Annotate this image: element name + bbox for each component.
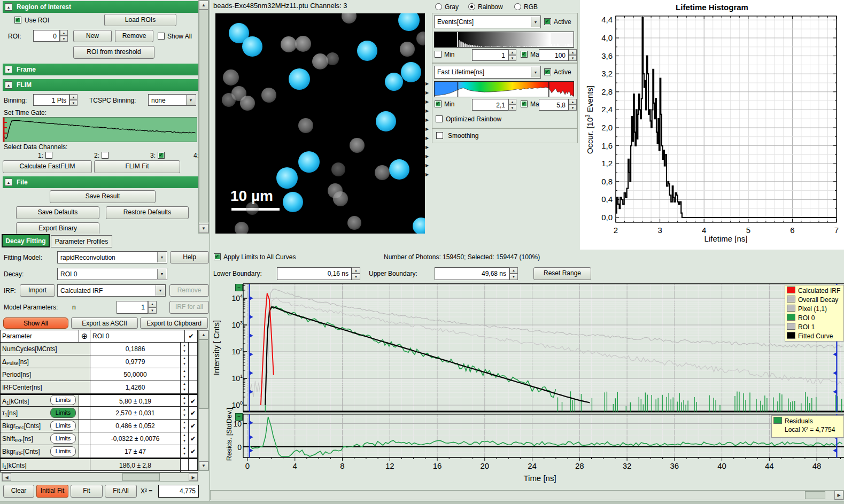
param-check[interactable]: ✔ bbox=[189, 432, 198, 445]
spin-down-icon[interactable]: ▼ bbox=[509, 274, 518, 280]
channel-checkbox[interactable] bbox=[158, 152, 165, 159]
scroll-left-icon[interactable]: ◀ bbox=[2, 473, 11, 481]
section-header-frame[interactable]: ▼ Frame bbox=[3, 64, 198, 75]
scroll-right-icon[interactable]: ▶ bbox=[834, 491, 843, 500]
lifetime-min-checkbox[interactable] bbox=[435, 100, 442, 107]
param-value[interactable]: 50,0000 bbox=[90, 368, 181, 381]
events-min-spinner[interactable]: ▲▼ bbox=[508, 49, 516, 61]
section-header-roi[interactable]: ▲ Region of Interest bbox=[3, 1, 198, 13]
fitting-model-select[interactable]: rapidReconvolution▼ bbox=[57, 251, 167, 263]
lifetime-rainbow-histogram[interactable] bbox=[434, 81, 574, 97]
spin-up-icon[interactable]: ▲ bbox=[148, 301, 157, 307]
parameter-table-hscrollbar[interactable]: ◀ ▶ bbox=[2, 472, 198, 482]
spin-down-icon[interactable]: ▼ bbox=[148, 307, 157, 314]
restore-defaults-button[interactable]: Restore Defaults bbox=[106, 206, 189, 219]
irf-import-button[interactable]: Import bbox=[20, 284, 55, 297]
lifetime-channel-select[interactable]: Fast Lifetime[ns]▼ bbox=[434, 66, 541, 79]
roi-spinner[interactable]: ▲▼ bbox=[60, 30, 68, 42]
apply-limits-checkbox[interactable] bbox=[214, 253, 221, 260]
spin-up-icon[interactable]: ▲ bbox=[569, 99, 577, 105]
upper-boundary-field[interactable]: 49,68 ns bbox=[435, 267, 509, 280]
new-roi-button[interactable]: New bbox=[73, 30, 112, 42]
spin-up-icon[interactable]: ▲ bbox=[69, 94, 78, 100]
tab-parameter-profiles[interactable]: Parameter Profiles bbox=[51, 235, 112, 247]
param-spinner[interactable]: ▲▼ bbox=[181, 355, 189, 368]
splitter-arrow-icon[interactable]: ▶ bbox=[425, 145, 429, 150]
decay-hscrollbar[interactable]: ▶ bbox=[210, 490, 844, 500]
collapse-up-icon[interactable]: ▲ bbox=[5, 3, 12, 11]
lower-boundary-field[interactable]: 0,16 ns bbox=[277, 267, 352, 280]
collapse-up-icon[interactable]: ▲ bbox=[5, 81, 12, 89]
export-clipboard-button[interactable]: Export to Clipboard bbox=[140, 317, 208, 329]
remove-roi-button[interactable]: Remove bbox=[115, 30, 153, 42]
collapse-up-icon[interactable]: ▲ bbox=[5, 179, 12, 186]
spin-down-icon[interactable]: ▼ bbox=[60, 36, 68, 42]
export-binary-button[interactable]: Export Binary bbox=[16, 222, 99, 234]
limits-button[interactable]: Limits bbox=[50, 408, 76, 418]
param-spinner[interactable]: ▲▼ bbox=[181, 432, 189, 445]
events-channel-select[interactable]: Events[Cnts]▼ bbox=[434, 15, 541, 28]
param-value[interactable]: 1,4260 bbox=[90, 381, 181, 394]
collapse-down-icon[interactable]: ▼ bbox=[5, 66, 12, 73]
fit-all-button[interactable]: Fit All bbox=[105, 485, 137, 498]
scrollbar-thumb[interactable] bbox=[122, 473, 160, 481]
param-check[interactable] bbox=[189, 368, 198, 381]
events-min-checkbox[interactable] bbox=[435, 51, 442, 58]
irf-for-all-button[interactable]: IRF for all bbox=[169, 301, 209, 314]
binning-spinner[interactable]: ▲▼ bbox=[69, 94, 78, 106]
limits-button[interactable]: Limits bbox=[50, 446, 76, 456]
scroll-down-icon[interactable]: ▼ bbox=[199, 224, 208, 233]
lifetime-min-field[interactable]: 2,1 bbox=[472, 99, 508, 111]
decay-plot[interactable] bbox=[210, 282, 844, 413]
scrollbar-thumb[interactable] bbox=[199, 339, 208, 409]
parameter-table-vscrollbar[interactable]: ▲ ▼ bbox=[198, 330, 209, 471]
flim-fit-button[interactable]: FLIM Fit bbox=[94, 160, 180, 173]
roi-number-field[interactable]: 0 bbox=[33, 30, 60, 42]
lifetime-min-spinner[interactable]: ▲▼ bbox=[508, 99, 516, 111]
n-field[interactable]: 1 bbox=[117, 301, 148, 314]
clear-button[interactable]: Clear bbox=[3, 485, 34, 498]
spin-down-icon[interactable]: ▼ bbox=[352, 274, 360, 280]
section-header-flim[interactable]: ▲ FLIM bbox=[3, 79, 198, 91]
spin-down-icon[interactable]: ▼ bbox=[569, 105, 577, 111]
events-intensity-histogram[interactable] bbox=[434, 32, 574, 48]
events-max-field[interactable]: 100 bbox=[539, 49, 569, 61]
splitter-arrow-icon[interactable]: ▶ bbox=[425, 108, 429, 113]
splitter-arrow-icon[interactable]: ▶ bbox=[425, 90, 429, 95]
channel-checkbox[interactable] bbox=[102, 152, 109, 159]
flim-image[interactable]: 10 µm bbox=[215, 13, 425, 234]
export-ascii-button[interactable]: Export as ASCII bbox=[71, 317, 138, 329]
reset-range-button[interactable]: Reset Range bbox=[533, 267, 591, 280]
left-panel-scrollbar[interactable]: ▲ ▼ bbox=[198, 0, 209, 234]
spin-down-icon[interactable]: ▼ bbox=[508, 105, 516, 111]
events-active-checkbox[interactable] bbox=[544, 18, 551, 25]
irf-select[interactable]: Calculated IRF▼ bbox=[57, 284, 166, 297]
calculate-fastflim-button[interactable]: Calculate FastFLIM bbox=[3, 160, 92, 173]
rainbow-radio[interactable] bbox=[468, 3, 475, 10]
spin-up-icon[interactable]: ▲ bbox=[352, 267, 360, 274]
param-spinner[interactable]: ▲▼ bbox=[181, 420, 189, 432]
fit-button[interactable]: Fit bbox=[71, 485, 103, 498]
scrollbar-thumb[interactable] bbox=[199, 10, 208, 222]
splitter-arrow-icon[interactable]: ▶ bbox=[425, 118, 429, 122]
tcspc-binning-select[interactable]: none▼ bbox=[148, 94, 196, 106]
channel-checkbox[interactable] bbox=[45, 152, 52, 159]
irf-remove-button[interactable]: Remove bbox=[169, 284, 209, 297]
use-roi-checkbox[interactable] bbox=[14, 17, 21, 24]
section-header-file[interactable]: ▲ File bbox=[3, 176, 198, 188]
chevron-down-icon[interactable]: ▼ bbox=[156, 285, 165, 296]
show-all-params-button[interactable]: Show All bbox=[3, 317, 68, 329]
param-spinner[interactable]: ▲▼ bbox=[181, 343, 189, 355]
spin-down-icon[interactable]: ▼ bbox=[569, 55, 577, 61]
initial-fit-button[interactable]: Initial Fit bbox=[36, 485, 68, 498]
spin-up-icon[interactable]: ▲ bbox=[569, 49, 577, 55]
chevron-down-icon[interactable]: ▼ bbox=[157, 252, 166, 262]
lifetime-active-checkbox[interactable] bbox=[544, 68, 551, 75]
smoothing-checkbox[interactable] bbox=[436, 132, 443, 139]
lifetime-histogram-plot[interactable]: 2345670,00,40,81,21,62,02,42,83,23,64,04… bbox=[580, 0, 844, 246]
param-spinner[interactable]: ▲▼ bbox=[181, 407, 189, 420]
n-spinner[interactable]: ▲▼ bbox=[148, 301, 157, 314]
param-spinner[interactable]: ▲▼ bbox=[181, 368, 189, 381]
param-check[interactable]: ✔ bbox=[189, 420, 198, 432]
gray-radio[interactable] bbox=[435, 3, 442, 10]
